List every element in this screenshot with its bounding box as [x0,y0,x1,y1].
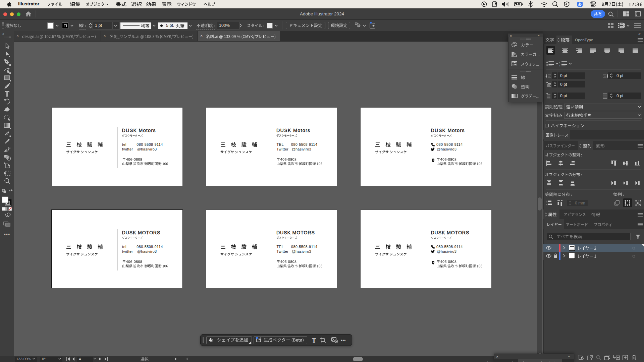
svg-text:2: 2 [559,64,560,66]
svg-text:1: 1 [559,61,560,64]
